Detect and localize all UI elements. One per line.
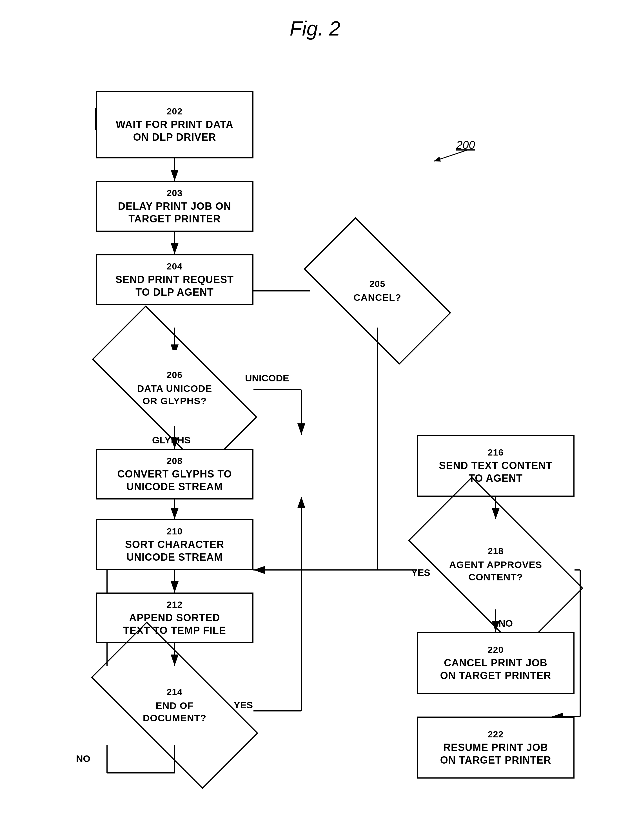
box-222: 222 RESUME PRINT JOB ON TARGET PRINTER (417, 717, 575, 778)
label-unicode: UNICODE (245, 373, 289, 384)
label-no-218: NO (498, 618, 513, 629)
box-212: 212 APPEND SORTED TEXT TO TEMP FILE (96, 592, 254, 643)
box-208: 208 CONVERT GLYPHS TO UNICODE STREAM (96, 449, 254, 499)
diamond-205: 205 CANCEL? (310, 254, 445, 328)
box-204: 204 SEND PRINT REQUEST TO DLP AGENT (96, 254, 254, 305)
box-220: 220 CANCEL PRINT JOB ON TARGET PRINTER (417, 632, 575, 694)
box-216: 216 SEND TEXT CONTENT TO AGENT (417, 435, 575, 497)
box-210: 210 SORT CHARACTER UNICODE STREAM (96, 519, 254, 570)
diamond-218: 218 AGENT APPROVES CONTENT? (417, 519, 575, 609)
box-203: 203 DELAY PRINT JOB ON TARGET PRINTER (96, 181, 254, 232)
page-title: Fig. 2 (0, 0, 630, 40)
label-yes-214: YES (234, 699, 253, 711)
svg-line-27 (434, 150, 468, 161)
diamond-214: 214 END OF DOCUMENT? (96, 666, 254, 745)
diamond-206: 206 DATA UNICODE OR GLYPHS? (96, 350, 254, 426)
label-yes-218: YES (411, 567, 430, 578)
label-glyphs: GLYPHS (152, 435, 191, 446)
box-202: 202 WAIT FOR PRINT DATA ON DLP DRIVER (96, 91, 254, 158)
label-no-214: NO (76, 753, 90, 764)
